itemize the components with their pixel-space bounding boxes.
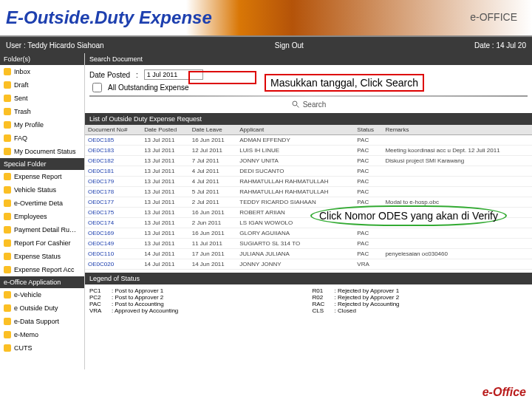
sidebar-app-2[interactable]: e-Data Support [0, 315, 84, 328]
sidebar-special-7[interactable]: Expense Report Acc [0, 263, 84, 276]
sidebar-folder-0[interactable]: Inbox [0, 65, 84, 78]
legend-item: R01: Rejected by Approver 1 [313, 287, 528, 294]
sidebar-item-label: Expense Status [14, 253, 61, 260]
folder-icon [4, 266, 11, 273]
table-cell: 14 Jul 2011 [141, 259, 189, 270]
legend-item: PC2: Post to Approver 2 [89, 294, 305, 301]
sidebar-special-3[interactable]: Employees [0, 210, 84, 223]
column-header: Date Posted [141, 125, 189, 135]
app-header: e-Office Application [0, 276, 84, 288]
sidebar-special-6[interactable]: Expense Status [0, 250, 84, 263]
banner: E-Outside.Duty Expense e-OFFICE [0, 0, 532, 37]
sidebar-item-label: Inbox [14, 68, 30, 75]
folder-icon [4, 121, 11, 129]
sidebar-item-label: e-Overtime Deta [14, 200, 63, 207]
page-title: E-Outside.Duty Expense [0, 0, 532, 35]
document-link[interactable]: OE0C182 [85, 156, 141, 166]
sidebar-folder-3[interactable]: Trash [0, 105, 84, 118]
legend-item: CLS: Closed [313, 307, 528, 314]
folder-icon [4, 291, 11, 299]
sidebar-folder-5[interactable]: FAQ [0, 132, 84, 145]
column-header: Applicant [236, 125, 354, 135]
table-cell: Diskusi project SMI Karawang [382, 156, 532, 166]
sidebar-folder-6[interactable]: My Document Status [0, 145, 84, 158]
table-row: OE0C18213 Jul 20117 Jul 2011JONNY UNITAP… [85, 156, 532, 166]
table-cell: PAC [354, 146, 382, 156]
document-link[interactable]: OE0C183 [85, 146, 141, 156]
sidebar-app-1[interactable]: e Outside Duty [0, 301, 84, 315]
table-cell: JONNY UNITA [236, 156, 354, 166]
sidebar-item-label: Employees [14, 213, 47, 220]
document-link[interactable]: OE0C149 [85, 239, 141, 249]
sidebar-item-label: FAQ [14, 134, 27, 142]
table-cell: 13 Jul 2011 [141, 146, 189, 156]
table-cell: 13 Jul 2011 [141, 177, 189, 187]
sidebar-special-0[interactable]: Expense Report [0, 170, 84, 183]
sidebar-special-5[interactable]: Report For Cashier [0, 236, 84, 250]
search-button[interactable]: Search [89, 100, 528, 109]
folder-icon [4, 134, 11, 142]
document-link[interactable]: OE0C178 [85, 187, 141, 197]
signout-link[interactable]: Sign Out [275, 41, 304, 50]
sidebar-app-3[interactable]: e-Memo [0, 328, 84, 341]
table-cell: VRA [354, 259, 382, 270]
column-header: Date Leave [189, 125, 237, 135]
table-cell: 17 Jun 2011 [189, 249, 237, 259]
folder-icon [4, 253, 11, 260]
sidebar-special-4[interactable]: Payment Detail Ru… [0, 223, 84, 236]
search-icon [291, 100, 300, 109]
document-link[interactable]: OE0C169 [85, 228, 141, 239]
table-cell: JULIANA JULIANA [236, 249, 354, 259]
sidebar-special-1[interactable]: Vehicle Status [0, 183, 84, 197]
folder-icon [4, 148, 11, 155]
table-row: OE0C14913 Jul 201111 Jul 2011SUGIARTO SL… [85, 239, 532, 249]
table-cell: penyelesaian oc030460 [382, 249, 532, 259]
folder-icon [4, 318, 11, 325]
folder-icon [4, 81, 11, 89]
highlight-date [188, 71, 256, 84]
sidebar: Folder(s) InboxDraftSentTrashMy ProfileF… [0, 53, 85, 369]
table-cell [382, 177, 532, 187]
document-link[interactable]: OE0C174 [85, 218, 141, 228]
document-link[interactable]: OE0C020 [85, 259, 141, 270]
table-cell: 13 Jul 2011 [141, 156, 189, 166]
table-cell [382, 239, 532, 249]
all-outstanding-checkbox[interactable] [92, 83, 102, 92]
table-cell: PAC [354, 166, 382, 177]
folder-icon [4, 200, 11, 207]
column-header: Remarks [382, 125, 532, 135]
sidebar-folder-2[interactable]: Sent [0, 92, 84, 105]
table-row: OE0C18313 Jul 201112 Jul 2011LUIS IH LIN… [85, 146, 532, 156]
separator [89, 95, 528, 97]
sidebar-item-label: Expense Report Acc [14, 266, 75, 273]
table-row: OE0C02014 Jul 201114 Jun 2011JONNY JONNY… [85, 259, 532, 270]
sidebar-app-0[interactable]: e-Vehicle [0, 288, 84, 301]
table-row: OE0C18513 Jul 201116 Jun 2011ADMAN EFFEN… [85, 135, 532, 146]
table-cell: 13 Jul 2011 [141, 228, 189, 239]
table-cell: 14 Jun 2011 [189, 259, 237, 270]
document-link[interactable]: OE0C110 [85, 249, 141, 259]
user-info: User : Teddy Hicardo Siahoan [6, 41, 104, 50]
folders-header: Folder(s) [0, 53, 84, 65]
document-link[interactable]: OE0C179 [85, 177, 141, 187]
sidebar-app-4[interactable]: CUTS [0, 341, 84, 355]
table-cell: GLORY AGUIIANA [236, 228, 354, 239]
folder-icon [4, 226, 11, 233]
table-cell [382, 166, 532, 177]
table-cell: JONNY JONNY [236, 259, 354, 270]
table-cell: 13 Jul 2011 [141, 239, 189, 249]
folder-icon [4, 213, 11, 220]
table-cell: 13 Jul 2011 [141, 218, 189, 228]
document-link[interactable]: OE0C181 [85, 166, 141, 177]
table-cell [382, 228, 532, 239]
document-link[interactable]: OE0C185 [85, 135, 141, 146]
document-link[interactable]: OE0C177 [85, 197, 141, 208]
table-cell [382, 187, 532, 197]
date-posted-label: Date Posted [89, 71, 130, 79]
document-link[interactable]: OE0C175 [85, 208, 141, 218]
top-bar: User : Teddy Hicardo Siahoan Sign Out Da… [0, 37, 532, 53]
sidebar-folder-4[interactable]: My Profile [0, 118, 84, 132]
legend-item: PAC: Post to Accounting [89, 301, 305, 307]
sidebar-folder-1[interactable]: Draft [0, 78, 84, 92]
sidebar-special-2[interactable]: e-Overtime Deta [0, 197, 84, 210]
